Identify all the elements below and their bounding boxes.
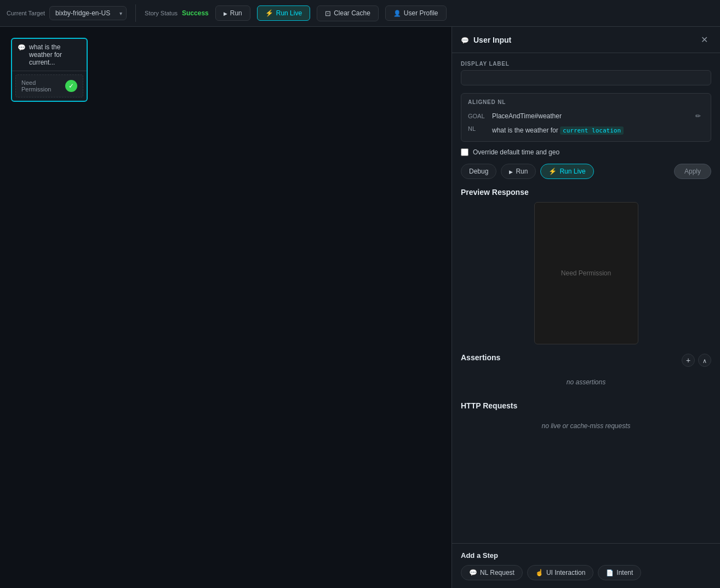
cache-icon [325, 9, 331, 18]
add-step-title: Add a Step [461, 551, 711, 560]
display-label-label: DISPLAY LABEL [461, 61, 711, 67]
chat-icon [18, 43, 26, 51]
assertions-section: Assertions no assertions [461, 353, 711, 393]
panel-title: User Input [461, 36, 511, 44]
add-assertion-button[interactable] [682, 354, 695, 367]
nl-row: NL what is the weather for current locat… [468, 125, 704, 136]
http-requests-section: HTTP Requests no live or cache-miss requ… [461, 401, 711, 436]
close-icon [701, 35, 708, 44]
clear-cache-label: Clear Cache [334, 9, 370, 17]
intent-button[interactable]: Intent [598, 565, 641, 580]
play-icon [224, 9, 227, 17]
preview-response-title: Preview Response [461, 188, 711, 197]
lightning-icon [265, 9, 273, 17]
collapse-assertions-button[interactable] [698, 354, 711, 367]
run-button[interactable]: Run [215, 5, 250, 21]
apply-label: Apply [684, 168, 701, 175]
nl-key-label: NL [468, 125, 488, 132]
add-step-buttons: NL Request UI Interaction Intent [461, 565, 711, 580]
debug-label: Debug [469, 168, 488, 175]
panel-header: User Input [452, 27, 720, 53]
assertions-actions [682, 354, 711, 367]
plus-icon [686, 356, 690, 364]
nl-text-before: what is the weather for [492, 126, 558, 134]
panel-title-chat-icon [461, 36, 469, 44]
nl-request-button[interactable]: NL Request [461, 565, 523, 580]
assertions-title: Assertions [461, 353, 500, 362]
display-label-group: DISPLAY LABEL [461, 61, 711, 85]
canvas-area[interactable]: what is the weather for current... Need … [0, 27, 452, 588]
display-label-input[interactable] [461, 70, 711, 85]
target-select[interactable]: bixby-fridge-en-US [49, 6, 127, 20]
target-select-wrapper[interactable]: bixby-fridge-en-US ▾ [49, 6, 127, 20]
right-panel: User Input DISPLAY LABEL ALIGNED NL GOAL… [452, 27, 720, 588]
user-profile-label: User Profile [404, 9, 438, 17]
apply-button[interactable]: Apply [674, 164, 711, 179]
aligned-nl-label: ALIGNED NL [468, 99, 704, 105]
run-sm-play-icon [509, 168, 513, 175]
add-step-section: Add a Step NL Request UI Interaction Int… [452, 543, 720, 588]
preview-box: Need Permission [534, 202, 638, 344]
goal-row: GOAL PlaceAndTime#weather [468, 111, 704, 121]
ui-interaction-button[interactable]: UI Interaction [527, 565, 593, 580]
preview-response-section: Preview Response Need Permission [461, 188, 711, 344]
run-live-label: Run Live [276, 9, 302, 17]
node-body[interactable]: Need Permission ✓ [15, 74, 83, 97]
run-label: Run [230, 9, 242, 17]
run-sm-label: Run [516, 168, 528, 175]
goal-edit-button[interactable] [692, 111, 704, 121]
debug-button[interactable]: Debug [461, 164, 496, 179]
hand-icon [535, 569, 544, 577]
story-status-section: Story Status Success [145, 9, 209, 17]
nl-text: what is the weather for current location [492, 125, 704, 136]
intent-label: Intent [616, 569, 633, 577]
checkmark-badge: ✓ [65, 80, 77, 92]
main-content: what is the weather for current... Need … [0, 27, 720, 588]
run-live-sm-lightning-icon [548, 168, 557, 175]
toolbar: Current Target bixby-fridge-en-US ▾ Stor… [0, 0, 720, 27]
nl-request-label: NL Request [480, 569, 515, 577]
override-checkbox-label: Override default time and geo [473, 148, 559, 156]
no-assertions-text: no assertions [461, 372, 711, 393]
no-requests-text: no live or cache-miss requests [461, 416, 711, 436]
user-icon [393, 9, 401, 17]
user-profile-button[interactable]: User Profile [385, 5, 447, 21]
run-sm-button[interactable]: Run [501, 164, 536, 179]
nl-request-icon [469, 569, 477, 577]
preview-text: Need Permission [561, 269, 611, 277]
http-requests-title: HTTP Requests [461, 401, 711, 410]
goal-value: PlaceAndTime#weather [492, 112, 688, 120]
panel-title-text: User Input [473, 36, 511, 44]
run-live-sm-label: Run Live [559, 168, 585, 175]
override-checkbox[interactable] [461, 148, 468, 156]
current-target-label: Current Target [7, 10, 45, 16]
aligned-nl-section: ALIGNED NL GOAL PlaceAndTime#weather NL … [461, 93, 711, 142]
action-buttons-row: Debug Run Run Live Apply [461, 164, 711, 179]
current-target-section: Current Target bixby-fridge-en-US ▾ [7, 6, 127, 20]
toolbar-divider-1 [135, 4, 136, 22]
assertions-header: Assertions [461, 353, 711, 367]
preview-container: Need Permission [461, 202, 711, 344]
goal-key-label: GOAL [468, 113, 488, 119]
nl-highlight: current location [560, 126, 624, 135]
panel-body: DISPLAY LABEL ALIGNED NL GOAL PlaceAndTi… [452, 53, 720, 543]
run-live-sm-button[interactable]: Run Live [540, 164, 593, 179]
override-checkbox-row: Override default time and geo [461, 148, 711, 156]
node-header-text: what is the weather for current... [29, 43, 81, 66]
run-live-button[interactable]: Run Live [257, 5, 310, 21]
node-body-text: Need Permission [21, 79, 65, 93]
ui-interaction-label: UI Interaction [546, 569, 585, 577]
pencil-icon [695, 112, 701, 120]
chevron-up-icon [702, 356, 707, 364]
story-node[interactable]: what is the weather for current... Need … [11, 38, 88, 102]
doc-icon [606, 569, 614, 577]
close-button[interactable] [698, 33, 711, 46]
clear-cache-button[interactable]: Clear Cache [317, 5, 379, 21]
story-status-value: Success [182, 9, 209, 17]
story-status-label: Story Status [145, 10, 178, 16]
node-header: what is the weather for current... [12, 39, 87, 71]
